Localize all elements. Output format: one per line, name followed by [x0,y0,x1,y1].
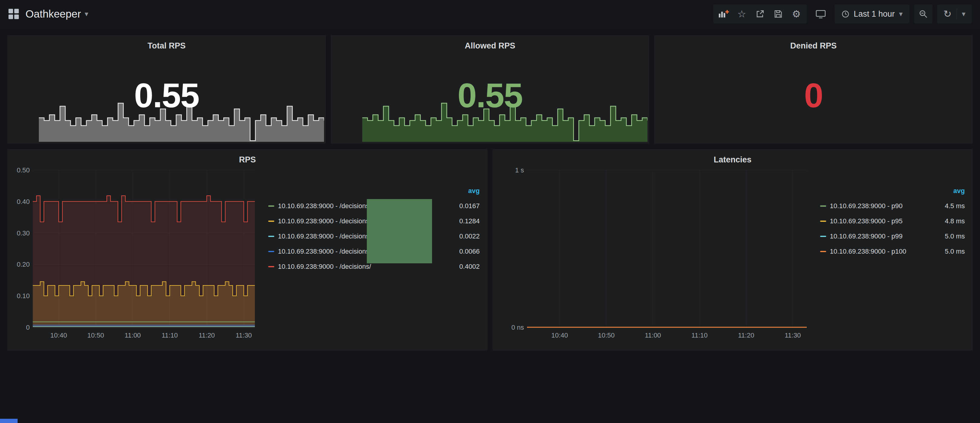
tv-mode-button[interactable] [811,5,830,23]
chevron-down-icon: ▾ [899,10,903,17]
green-overlay-box [367,199,432,263]
series-color-marker [820,251,826,252]
svg-text:0.20: 0.20 [17,261,30,268]
tv-mode-icon [816,9,826,19]
svg-text:0: 0 [26,323,30,331]
svg-text:0.50: 0.50 [17,166,30,174]
svg-text:0 ns: 0 ns [511,323,524,331]
svg-text:11:00: 11:00 [645,331,661,339]
series-name: 10.10.69.238:9000 - /decisions/ [278,263,440,271]
series-color-marker [268,236,274,237]
rps-chart[interactable]: 0.500.400.300.200.10010:4010:5011:0011:1… [13,166,259,340]
panel-title[interactable]: Allowed RPS [331,35,649,51]
nav-left: Oathkeeper ▾ [8,8,88,20]
star-button[interactable]: ☆ [733,5,751,23]
save-icon [774,10,783,19]
series-color-marker [820,206,826,207]
panel-rps: RPS 0.500.400.300.200.10010:4010:5011:00… [7,149,488,350]
series-name: 10.10.69.238:9000 - p95 [830,217,925,225]
series-color-marker [820,236,826,237]
panel-actions-cluster: ☆ ⚙ [713,5,807,23]
legend-row[interactable]: 10.10.69.238:9000 - p904.5 ms [820,198,965,214]
gear-icon: ⚙ [792,8,801,20]
series-avg-value: 0.0022 [440,233,480,240]
panel-title[interactable]: Total RPS [7,35,326,51]
refresh-button[interactable]: ↻ [939,5,957,23]
stats-row: Total RPS 0.55 Allowed RPS 0.55 Denied R… [7,35,973,144]
total-rps-value: 0.55 [7,78,326,113]
series-avg-value: 0.4002 [440,263,480,271]
latencies-legend: avg 10.10.69.238:9000 - p904.5 ms10.10.6… [811,165,973,259]
series-name: 10.10.69.238:9000 - p90 [830,202,925,210]
legend-row[interactable]: 10.10.69.238:9000 - p995.0 ms [820,229,965,244]
graphs-row: RPS 0.500.400.300.200.10010:4010:5011:00… [7,149,973,350]
svg-text:11:20: 11:20 [738,331,754,339]
legend-row[interactable]: 10.10.69.238:9000 - p954.8 ms [820,214,965,229]
denied-rps-value: 0 [654,78,973,113]
series-color-marker [268,220,274,222]
bottom-left-blue-bar [0,419,18,423]
settings-button[interactable]: ⚙ [788,5,805,23]
share-icon [756,10,765,19]
svg-text:10:40: 10:40 [50,331,67,339]
zoom-out-button[interactable] [914,5,932,23]
legend-header-avg[interactable]: avg [820,187,965,198]
panel-latencies: Latencies 1 s0 ns10:4010:5011:0011:1011:… [492,149,973,350]
panel-allowed-rps: Allowed RPS 0.55 [331,35,649,144]
series-color-marker [820,220,826,222]
svg-text:10:40: 10:40 [551,331,568,339]
panel-title[interactable]: Denied RPS [654,35,973,51]
series-color-marker [268,206,274,207]
share-button[interactable] [751,5,769,23]
dashboard-title: Oathkeeper [25,8,81,20]
svg-text:11:10: 11:10 [162,331,178,339]
svg-text:10:50: 10:50 [598,331,615,339]
svg-text:1 s: 1 s [515,166,524,174]
series-avg-value: 5.0 ms [925,247,965,255]
chevron-down-icon: ▾ [85,10,88,17]
legend-row[interactable]: 10.10.69.238:9000 - p1005.0 ms [820,244,965,259]
series-name: 10.10.69.238:9000 - p100 [830,247,925,255]
svg-text:0.30: 0.30 [17,230,30,237]
chevron-down-icon: ▾ [962,10,966,17]
dashboard-grid: Total RPS 0.55 Allowed RPS 0.55 Denied R… [0,28,980,350]
svg-text:11:00: 11:00 [125,331,141,339]
series-color-marker [268,266,274,267]
series-avg-value: 4.5 ms [925,202,965,210]
legend-header-avg[interactable]: avg [268,187,480,198]
series-color-marker [268,251,274,252]
dashboards-grid-icon[interactable] [8,9,19,19]
svg-text:11:20: 11:20 [199,331,215,339]
svg-text:11:30: 11:30 [236,331,252,339]
time-picker-button[interactable]: Last 1 hour ▾ [835,5,909,23]
nav-bar: Oathkeeper ▾ ☆ [0,0,980,28]
series-name: 10.10.69.238:9000 - p99 [830,233,925,240]
svg-text:11:30: 11:30 [784,331,801,339]
add-panel-button[interactable] [714,5,733,23]
save-button[interactable] [769,5,788,23]
panel-denied-rps: Denied RPS 0 [654,35,973,144]
nav-right: ☆ ⚙ [713,5,972,23]
series-avg-value: 0.1284 [440,217,480,225]
time-range-label: Last 1 hour [854,10,895,19]
svg-text:0.10: 0.10 [17,292,30,300]
panel-title[interactable]: Latencies [492,149,973,165]
refresh-cluster: ↻ ▾ [937,5,972,23]
panel-total-rps: Total RPS 0.55 [7,35,326,144]
dashboard-title-dropdown[interactable]: Oathkeeper ▾ [25,8,88,20]
zoom-out-icon [919,10,928,19]
refresh-icon: ↻ [943,8,952,20]
panel-title[interactable]: RPS [7,149,488,165]
series-avg-value: 4.8 ms [925,217,965,225]
svg-text:0.40: 0.40 [17,198,30,206]
add-panel-icon [718,10,729,19]
legend-rows: 10.10.69.238:9000 - p904.5 ms10.10.69.23… [820,198,965,259]
svg-text:10:50: 10:50 [88,331,104,339]
svg-text:11:10: 11:10 [692,331,708,339]
latencies-chart[interactable]: 1 s0 ns10:4010:5011:0011:1011:2011:30 [508,166,811,340]
star-icon: ☆ [738,8,746,20]
series-avg-value: 0.0167 [440,202,480,210]
allowed-rps-value: 0.55 [331,78,649,113]
refresh-interval-dropdown[interactable]: ▾ [957,5,970,23]
series-avg-value: 5.0 ms [925,233,965,240]
